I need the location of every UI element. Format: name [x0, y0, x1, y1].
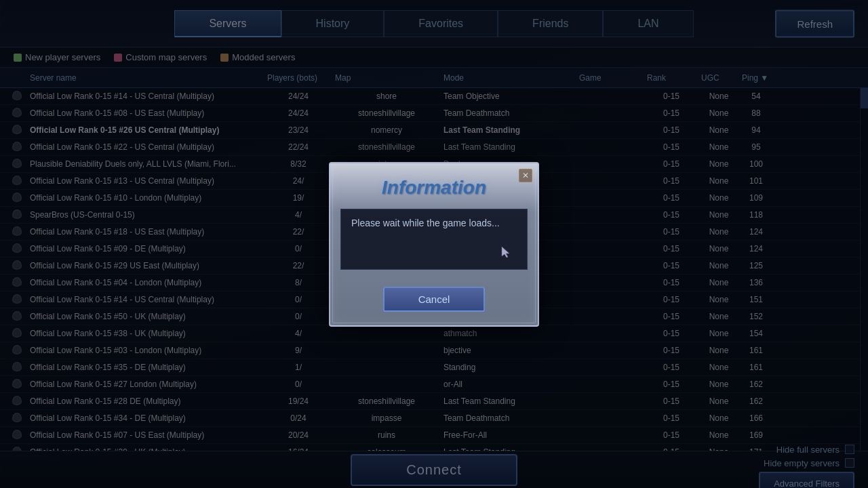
modal-message: Please wait while the game loads...: [351, 218, 517, 228]
modal-title: Information: [344, 177, 524, 199]
modal-overlay: ✕ Information Please wait while the game…: [0, 0, 868, 488]
svg-marker-0: [502, 247, 509, 258]
modal-content-area: Please wait while the game loads...: [340, 209, 528, 270]
modal-title-area: Information: [330, 163, 538, 205]
information-modal: ✕ Information Please wait while the game…: [329, 162, 539, 327]
modal-close-button[interactable]: ✕: [519, 169, 532, 182]
modal-cursor-icon: [500, 245, 513, 259]
modal-cancel-area: Cancel: [330, 280, 538, 325]
cancel-button[interactable]: Cancel: [383, 287, 486, 312]
